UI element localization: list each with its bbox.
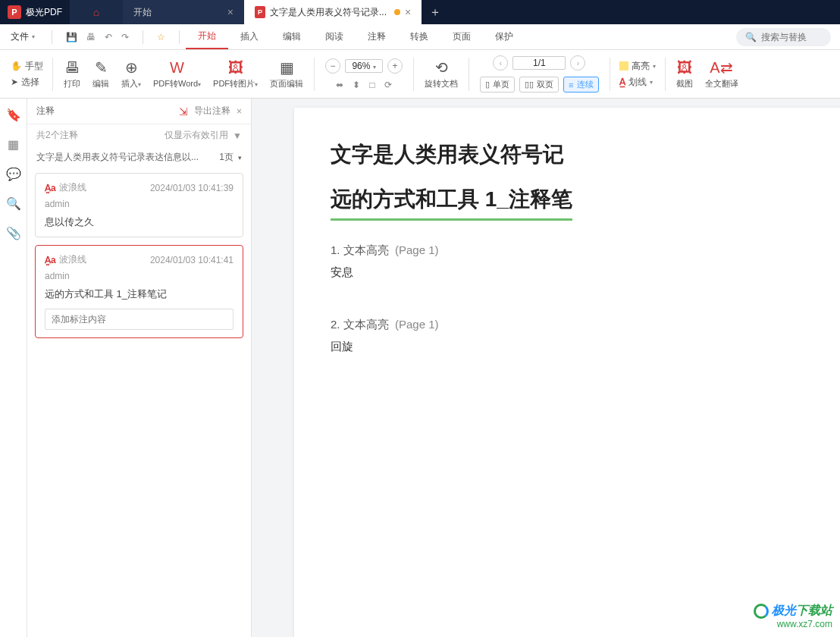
view-single[interactable]: ▯ 单页	[480, 77, 515, 93]
save-icon[interactable]: 💾	[66, 32, 77, 42]
close-panel-button[interactable]: ×	[237, 106, 242, 117]
zoom-value[interactable]: 96% ▾	[345, 59, 383, 73]
doc-title-line-2[interactable]: 远的方式和工具 1_注释笔	[331, 183, 572, 221]
zoom-in-button[interactable]: +	[387, 58, 403, 74]
separator	[413, 58, 414, 91]
prev-page-button[interactable]: ‹	[493, 55, 508, 71]
menu-edit[interactable]: 编辑	[271, 24, 313, 49]
titlebar: P 极光PDF ⌂ 开始 × P 文字是人类用表义符号记录... × ＋	[0, 0, 840, 24]
wavy-icon: A̰a	[45, 255, 56, 265]
fit-page-icon[interactable]: ⬍	[353, 80, 360, 90]
screenshot-icon: 🖼	[677, 59, 692, 77]
menu-page[interactable]: 页面	[440, 24, 483, 49]
annotation-text: 远的方式和工具 1_注释笔记	[45, 287, 234, 301]
image-icon: 🖼	[228, 59, 243, 77]
document-page: 文字是人类用表义符号记 远的方式和工具 1_注释笔 1. 文本高亮 (Page …	[294, 108, 840, 637]
export-button[interactable]: 导出注释	[194, 105, 230, 118]
menu-insert[interactable]: 插入	[228, 24, 271, 49]
refresh-icon[interactable]: ⟳	[384, 80, 392, 90]
file-menu[interactable]: 文件 ▾	[0, 24, 45, 49]
tool-select[interactable]: ➤选择	[11, 76, 43, 89]
annotation-text: 息以传之久	[45, 215, 234, 229]
next-page-button[interactable]: ›	[570, 55, 585, 71]
filter-icon[interactable]: ▼	[233, 130, 242, 141]
favorite-icon[interactable]: ☆	[149, 32, 173, 42]
menu-protect[interactable]: 保护	[483, 24, 525, 49]
annotation-list: A̰a 波浪线 2024/01/03 10:41:39 admin 息以传之久 …	[27, 168, 251, 343]
fit-width-icon[interactable]: ⬌	[336, 80, 343, 90]
thumbnails-icon[interactable]: ▦	[8, 137, 19, 152]
print-icon[interactable]: 🖶	[86, 32, 96, 42]
tool-screenshot[interactable]: 🖼截图	[670, 50, 699, 98]
tool-translate[interactable]: A⇄全文翻译	[699, 50, 744, 98]
redo-icon[interactable]: ↷	[121, 32, 129, 42]
tool-strikeline[interactable]: A̲划线▾	[619, 76, 656, 89]
menubar: 文件 ▾ 💾 🖶 ↶ ↷ ☆ 开始 插入 编辑 阅读 注释 转换 页面 保护 🔍	[0, 24, 840, 50]
entry-page: (Page 1)	[395, 243, 439, 256]
page-nav-group: ‹ 1/1 › ▯ 单页 ▯▯ 双页 ≡ 连续	[474, 50, 604, 98]
page-indicator[interactable]: 1/1	[512, 56, 566, 70]
logo-icon: P	[8, 5, 21, 19]
tool-insert[interactable]: ⊕插入▾	[115, 50, 147, 98]
tab-home[interactable]: ⌂	[70, 0, 123, 24]
menu-start[interactable]: 开始	[186, 24, 228, 49]
attachment-icon[interactable]: 📎	[6, 226, 21, 240]
undo-icon[interactable]: ↶	[105, 32, 112, 42]
panel-title: 注释	[36, 105, 55, 118]
tool-edit[interactable]: ✎编辑	[86, 50, 115, 98]
tab-start[interactable]: 开始 ×	[123, 0, 244, 24]
zoom-out-button[interactable]: −	[325, 58, 340, 74]
annotation-time: 2024/01/03 10:41:41	[150, 255, 234, 265]
watermark-url: www.xz7.com	[754, 619, 832, 629]
menu-read[interactable]: 阅读	[313, 24, 356, 49]
export-icon[interactable]: ⇲	[179, 105, 188, 118]
tool-rotate[interactable]: ⟲旋转文档	[418, 50, 464, 98]
search-input[interactable]	[761, 32, 822, 42]
search-box[interactable]: 🔍	[736, 28, 831, 46]
highlight-swatch-icon	[619, 61, 628, 71]
annotation-type: 波浪线	[59, 181, 86, 194]
annotation-reply-input[interactable]	[45, 309, 234, 330]
annotation-card[interactable]: A̰a 波浪线 2024/01/03 10:41:41 admin 远的方式和工…	[35, 245, 243, 338]
plus-icon: ＋	[429, 5, 441, 20]
tab-add[interactable]: ＋	[422, 0, 449, 24]
tool-pdf2word[interactable]: WPDF转Word▾	[147, 50, 207, 98]
bookmark-icon[interactable]: 🔖	[6, 108, 21, 122]
tool-print[interactable]: 🖶打印	[58, 50, 86, 98]
panel-doc-row[interactable]: 文字是人类用表义符号记录表达信息以... 1页 ▾	[27, 146, 251, 168]
modified-dot-icon	[394, 9, 400, 15]
separator	[610, 58, 610, 91]
entry-page: (Page 1)	[395, 318, 439, 331]
close-icon[interactable]: ×	[227, 6, 234, 18]
annotation-card[interactable]: A̰a 波浪线 2024/01/03 10:41:39 admin 息以传之久	[35, 173, 243, 237]
tab-document[interactable]: P 文字是人类用表义符号记录... ×	[244, 0, 422, 24]
rotate-icon: ⟲	[435, 58, 448, 77]
translate-icon: A⇄	[710, 58, 732, 77]
menu-convert[interactable]: 转换	[398, 24, 440, 49]
tool-hand[interactable]: ✋手型	[11, 60, 43, 73]
entry-body: 安息	[331, 265, 840, 280]
insert-icon: ⊕	[125, 58, 138, 77]
separator	[179, 30, 180, 44]
annotation-count: 共2个注释	[36, 129, 78, 142]
chevron-down-icon: ▾	[238, 154, 242, 162]
tab-start-label: 开始	[133, 6, 152, 19]
view-continuous[interactable]: ≡ 连续	[563, 77, 598, 93]
separator	[665, 58, 666, 91]
tool-annot-group: 高亮▾ A̲划线▾	[615, 60, 660, 89]
pdf-icon: P	[255, 6, 265, 18]
menu-annotate[interactable]: 注释	[356, 24, 398, 49]
document-area[interactable]: 文字是人类用表义符号记 远的方式和工具 1_注释笔 1. 文本高亮 (Page …	[252, 99, 840, 637]
highlight-entry: 1. 文本高亮 (Page 1) 安息	[331, 243, 840, 280]
tool-highlight[interactable]: 高亮▾	[619, 60, 656, 73]
actual-size-icon[interactable]: □	[369, 80, 375, 90]
close-icon[interactable]: ×	[405, 6, 411, 18]
annotation-user: admin	[45, 199, 234, 209]
tool-pageedit[interactable]: ▦页面编辑	[264, 50, 309, 98]
view-double[interactable]: ▯▯ 双页	[519, 77, 559, 93]
search-rail-icon[interactable]: 🔍	[6, 196, 21, 211]
panel-doc-name: 文字是人类用表义符号记录表达信息以...	[36, 151, 199, 164]
entry-index: 2.	[331, 318, 340, 331]
annotations-icon[interactable]: 💬	[6, 167, 21, 181]
tool-pdf2img[interactable]: 🖼PDF转图片▾	[207, 50, 264, 98]
